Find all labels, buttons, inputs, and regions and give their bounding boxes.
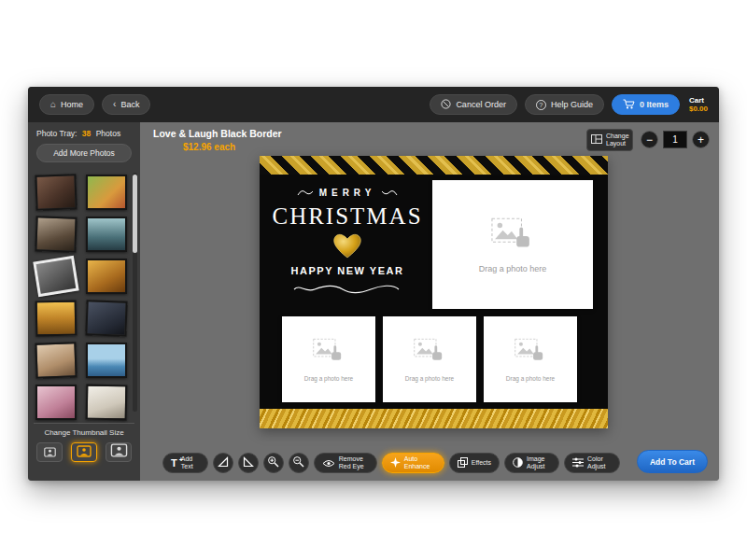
thumbnail-size-medium-button[interactable]: [71, 442, 97, 462]
effects-button[interactable]: Effects: [449, 453, 500, 473]
photo-tray-count: 38: [82, 129, 91, 138]
photo-thumbnail[interactable]: [85, 300, 127, 337]
add-text-icon: T: [171, 458, 177, 469]
cart-label: Cart: [689, 96, 704, 105]
sparkle-icon: [390, 456, 401, 470]
home-button[interactable]: ⌂ Home: [39, 94, 94, 115]
top-bar: ⌂ Home ‹ Back Cancel Order ? Help Guide …: [28, 87, 719, 122]
gold-glitter-border-bottom: [260, 409, 608, 428]
photo-thumbnail[interactable]: [86, 175, 127, 210]
change-layout-label: Change Layout: [606, 133, 629, 147]
help-guide-label: Help Guide: [551, 100, 593, 109]
drag-photo-icon: [488, 216, 537, 259]
photo-thumbnail[interactable]: [86, 217, 127, 252]
product-title: Love & Laugh Black Border: [153, 128, 282, 139]
photo-editor-window: ⌂ Home ‹ Back Cancel Order ? Help Guide …: [28, 87, 719, 481]
items-button[interactable]: 0 Items: [612, 94, 680, 115]
photo-thumbnail[interactable]: [86, 259, 127, 294]
add-more-photos-button[interactable]: Add More Photos: [36, 144, 132, 162]
drag-photo-label: Drag a photo here: [479, 264, 547, 273]
color-adjust-label: Color Adjust: [587, 455, 612, 471]
zoom-out-icon: [292, 455, 304, 470]
photo-tray-prefix: Photo Tray:: [36, 129, 77, 138]
help-icon: ?: [536, 100, 546, 110]
photo-thumbnail[interactable]: [33, 256, 78, 297]
cancel-icon: [441, 99, 451, 111]
photo-tray-suffix: Photos: [96, 129, 120, 138]
drag-photo-icon: [412, 337, 447, 370]
help-guide-button[interactable]: ? Help Guide: [525, 94, 604, 115]
photo-thumbnail[interactable]: [86, 385, 128, 421]
card-preview: MERRY CHRISTMAS: [260, 156, 608, 428]
quantity-decrease-button[interactable]: −: [641, 131, 658, 148]
flourish-right-icon: [381, 184, 398, 201]
sliders-icon: [572, 456, 584, 470]
rotate-left-button[interactable]: [213, 453, 233, 473]
remove-red-eye-label: Remove Red Eye: [339, 455, 369, 471]
divider: [34, 423, 134, 424]
auto-enhance-button[interactable]: Auto Enhance: [382, 453, 444, 473]
zoom-in-button[interactable]: [263, 453, 284, 473]
auto-enhance-label: Auto Enhance: [404, 455, 436, 471]
product-price: $12.96 each: [183, 142, 235, 152]
photo-thumbnail[interactable]: [35, 342, 77, 379]
thumbnail-size-buttons: [28, 442, 140, 462]
zoom-in-icon: [267, 455, 279, 470]
drag-photo-icon: [311, 337, 346, 370]
image-adjust-button[interactable]: Image Adjust: [504, 453, 559, 473]
photo-thumbnail[interactable]: [35, 385, 77, 420]
flourish-bottom-icon: [292, 282, 402, 299]
back-button[interactable]: ‹ Back: [102, 94, 150, 115]
rotate-right-icon: [243, 456, 254, 470]
photo-thumbnail[interactable]: [35, 174, 77, 211]
drag-photo-label: Drag a photo here: [506, 375, 555, 382]
thumbnail-size-label: Change Thumbnail Size: [28, 428, 140, 437]
add-to-cart-button[interactable]: Add To Cart: [637, 450, 708, 473]
cancel-order-label: Cancel Order: [456, 100, 506, 109]
cart-icon: [623, 99, 635, 111]
photo-tray-sidebar: Photo Tray: 38 Photos Add More Photos Ch…: [28, 122, 140, 481]
christmas-text: CHRISTMAS: [272, 203, 422, 230]
photo-thumbnail[interactable]: [35, 216, 77, 253]
thumbnail-scrollbar-thumb[interactable]: [133, 175, 137, 253]
photo-thumbnail[interactable]: [86, 343, 127, 378]
happy-new-year-text: HAPPY NEW YEAR: [291, 265, 404, 276]
contrast-icon: [513, 456, 523, 470]
change-layout-button[interactable]: Change Layout: [586, 129, 633, 151]
photo-tray-label: Photo Tray: 38 Photos: [28, 122, 140, 138]
flourish-left-icon: [297, 184, 314, 201]
layout-grid-icon: [591, 134, 602, 146]
effects-label: Effects: [472, 459, 491, 467]
card-greeting-text: MERRY CHRISTMAS: [263, 184, 431, 299]
gold-heart-icon: [331, 231, 363, 263]
merry-text: MERRY: [319, 188, 376, 198]
rotate-right-button[interactable]: [238, 453, 259, 473]
cart-summary: Cart $0.00: [689, 96, 708, 113]
back-label: Back: [120, 100, 139, 109]
cancel-order-button[interactable]: Cancel Order: [430, 94, 517, 115]
photo-drop-zone-3[interactable]: Drag a photo here: [484, 316, 577, 402]
add-text-label: Add Text: [181, 455, 200, 471]
drag-photo-label: Drag a photo here: [405, 375, 454, 382]
remove-red-eye-button[interactable]: Remove Red Eye: [314, 453, 377, 473]
thumbnail-size-section: Change Thumbnail Size: [28, 423, 140, 481]
effects-icon: [458, 456, 468, 470]
editing-toolbar: T Add Text: [162, 453, 620, 473]
color-adjust-button[interactable]: Color Adjust: [564, 453, 620, 473]
thumbnail-size-large-button[interactable]: [106, 442, 132, 462]
editor-main: Love & Laugh Black Border $12.96 each Ch…: [140, 122, 719, 481]
add-text-button[interactable]: T Add Text: [162, 453, 208, 473]
photo-drop-zone-2[interactable]: Drag a photo here: [383, 316, 476, 402]
photo-thumbnail[interactable]: [35, 301, 78, 337]
quantity-control: − 1 +: [641, 131, 710, 148]
thumbnail-scrollbar-track[interactable]: [133, 173, 137, 412]
thumbnail-size-small-button[interactable]: [36, 442, 63, 462]
quantity-increase-button[interactable]: +: [692, 131, 710, 148]
photo-drop-zone-large[interactable]: Drag a photo here: [432, 180, 593, 309]
eye-icon: [322, 456, 335, 470]
large-thumbnail-icon: [110, 443, 128, 461]
photo-drop-zone-1[interactable]: Drag a photo here: [282, 316, 375, 402]
image-adjust-label: Image Adjust: [527, 455, 551, 471]
medium-thumbnail-icon: [77, 444, 92, 461]
zoom-out-button[interactable]: [289, 453, 309, 473]
